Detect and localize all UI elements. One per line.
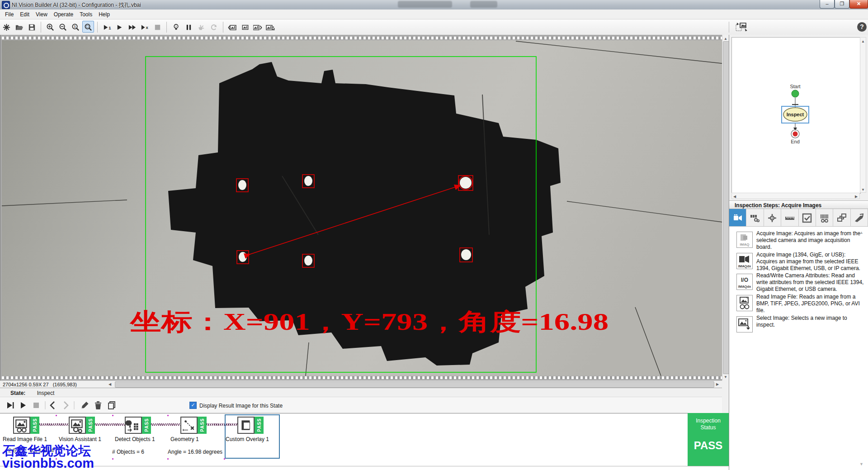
scroll-right-icon[interactable]: ▶ xyxy=(855,194,858,200)
menu-tools[interactable]: Tools xyxy=(76,9,95,19)
image-status-text: 2704x1256 0.59X 27 (1695,983) xyxy=(3,382,77,387)
run-state-button[interactable] xyxy=(21,402,26,408)
selection-ants-bottom xyxy=(2,376,722,379)
image-viewer[interactable]: 坐标：X=901，Y=793，角度=16.98 xyxy=(0,35,722,380)
image-sequence-button[interactable] xyxy=(264,21,276,33)
save-inspection-button[interactable] xyxy=(26,21,38,33)
tab-communicate[interactable] xyxy=(833,209,850,226)
display-result-checkbox[interactable]: ✓ xyxy=(189,402,197,409)
next-state-button[interactable] xyxy=(64,402,68,409)
svg-text:1: 1 xyxy=(108,26,111,31)
stop-state-button[interactable] xyxy=(33,403,39,408)
previous-state-button[interactable] xyxy=(51,402,54,409)
highlight-button[interactable] xyxy=(170,21,182,33)
imaq-icon[interactable]: IMAQ xyxy=(736,232,753,248)
inspection-status-label: Inspection Status xyxy=(688,418,729,431)
step-icon-0[interactable] xyxy=(13,417,30,434)
title-bar: NI Vision Builder AI (32-bit) - Configur… xyxy=(0,0,868,10)
next-image-button[interactable] xyxy=(252,21,264,33)
inspection-image[interactable]: 坐标：X=901，Y=793，角度=16.98 xyxy=(2,40,722,376)
menu-view[interactable]: View xyxy=(33,9,51,19)
inspect-node-label: Inspect xyxy=(787,112,804,117)
selectimg-icon[interactable] xyxy=(736,316,753,332)
zoom-actual-button[interactable]: 1 xyxy=(70,21,81,33)
diagram-horizontal-scrollbar[interactable]: ◀ ▶ xyxy=(731,193,860,199)
scroll-up-icon[interactable]: ▲ xyxy=(861,38,865,45)
new-inspection-button[interactable] xyxy=(0,21,12,33)
menu-edit[interactable]: Edit xyxy=(17,9,33,19)
step-list-item[interactable]: Acquire Image: Acquires an image from th… xyxy=(756,230,864,251)
run-state-once-button[interactable] xyxy=(7,402,14,408)
step-icon-4[interactable] xyxy=(237,417,255,434)
diagram-vertical-scrollbar[interactable]: ▲ ▼ xyxy=(860,37,866,193)
copy-step-icon[interactable] xyxy=(108,402,115,409)
step-label[interactable]: Geometry 1 xyxy=(170,436,199,442)
app-window: { "window": { "title": "NI Vision Builde… xyxy=(0,0,868,470)
imaqdx-icon[interactable]: IMAQdx xyxy=(736,253,753,269)
step-status-badge: PASS xyxy=(198,417,207,434)
current-image-button[interactable] xyxy=(239,21,251,33)
list-scroll-down-icon[interactable]: ▼ xyxy=(859,462,863,466)
delete-step-icon[interactable] xyxy=(95,401,101,409)
step-label[interactable]: Custom Overlay 1 xyxy=(226,436,269,442)
viewer-vertical-scrollbar[interactable]: ▲ ▼ xyxy=(722,35,729,380)
readfile-icon[interactable] xyxy=(736,295,753,311)
scroll-down-icon[interactable]: ▼ xyxy=(861,187,865,193)
inspection-status-value: PASS xyxy=(688,439,729,452)
zoom-fit-button[interactable] xyxy=(82,21,94,33)
menu-operate[interactable]: Operate xyxy=(51,9,76,19)
tab-measure-features[interactable] xyxy=(781,209,798,226)
pause-button[interactable] xyxy=(183,21,194,33)
inspection-status-box: Inspection Status PASS xyxy=(688,413,729,466)
scroll-left-icon[interactable]: ◀ xyxy=(108,381,111,388)
scroll-left-icon[interactable]: ◀ xyxy=(733,194,736,200)
step-list-item[interactable]: Read Image File: Reads an image from a B… xyxy=(756,294,864,314)
minimize-button[interactable]: – xyxy=(820,0,835,9)
pan-button[interactable] xyxy=(195,21,207,33)
run-button[interactable] xyxy=(113,21,125,33)
step-list-item[interactable]: Select Image: Selects a new image to ins… xyxy=(756,315,864,328)
run-once-button[interactable]: 1 xyxy=(101,21,113,33)
select-image-tool-icon[interactable] xyxy=(735,22,749,33)
scroll-down-icon[interactable]: ▼ xyxy=(724,374,727,380)
scrollbar-thumb[interactable] xyxy=(723,41,729,374)
edit-step-icon[interactable] xyxy=(81,402,89,409)
menu-help[interactable]: Help xyxy=(95,9,113,19)
open-inspection-button[interactable] xyxy=(13,21,25,33)
start-node[interactable] xyxy=(792,90,799,97)
redo-button[interactable] xyxy=(208,21,220,33)
end-node-label: End xyxy=(791,139,800,144)
step-list-item[interactable]: Acquire Image (1394, GigE, or USB): Acqu… xyxy=(756,252,864,272)
step-result: # Objects = 6 xyxy=(112,449,144,455)
scroll-right-icon[interactable]: ▶ xyxy=(716,381,719,388)
tab-acquire-images[interactable] xyxy=(729,209,746,226)
stop-button[interactable] xyxy=(151,21,163,33)
tab-enhance-images[interactable] xyxy=(746,209,764,226)
run-continuous-button[interactable] xyxy=(126,21,138,33)
svg-text:IMAQdx: IMAQdx xyxy=(738,264,751,268)
zoom-in-button[interactable] xyxy=(44,21,56,33)
tab-locate-features[interactable] xyxy=(764,209,781,226)
step-list-item[interactable]: Read/Write Camera Attributes: Read and w… xyxy=(756,272,864,293)
step-icon-1[interactable] xyxy=(69,417,86,434)
help-button[interactable]: ? xyxy=(857,22,867,32)
tab-check-presence[interactable] xyxy=(799,209,816,226)
horizontal-scrollbar-thumb[interactable] xyxy=(115,381,714,388)
run-times-button[interactable]: x xyxy=(139,21,151,33)
step-icon-3[interactable] xyxy=(180,417,198,434)
zoom-out-button[interactable] xyxy=(57,21,69,33)
svg-text:I/O: I/O xyxy=(741,277,748,283)
step-label[interactable]: Vision Assistant 1 xyxy=(59,436,101,442)
restore-button[interactable]: ❐ xyxy=(835,0,849,9)
menu-file[interactable]: File xyxy=(2,9,17,19)
step-label[interactable]: Read Image File 1 xyxy=(3,436,47,442)
close-button[interactable]: ✕ xyxy=(849,0,868,9)
tab-additional-tools[interactable] xyxy=(851,209,868,226)
step-label[interactable]: Detect Objects 1 xyxy=(115,436,155,442)
previous-image-button[interactable] xyxy=(226,21,238,33)
state-diagram[interactable]: Start Inspect End xyxy=(731,37,861,194)
io-icon[interactable]: I/OIMAQdx xyxy=(736,274,753,290)
tab-identify-parts[interactable] xyxy=(816,209,833,226)
end-node[interactable] xyxy=(793,132,798,137)
step-icon-2[interactable] xyxy=(125,417,142,434)
